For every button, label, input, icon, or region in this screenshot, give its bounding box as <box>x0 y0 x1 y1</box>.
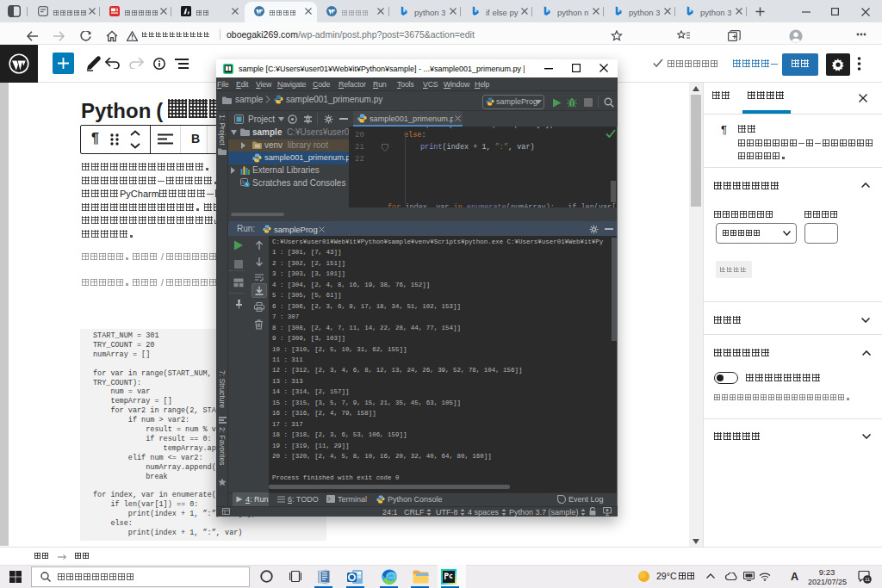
svg-text:11: 11 <box>865 577 871 582</box>
